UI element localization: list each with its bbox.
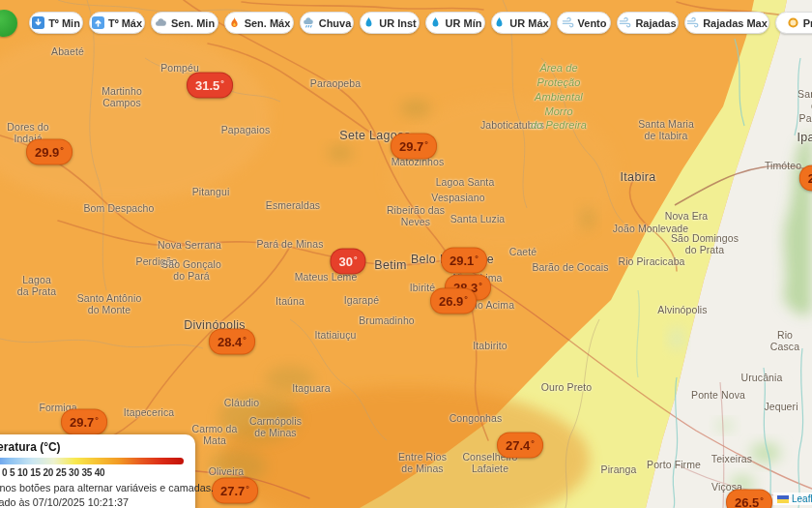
- legend-updated-text: Atualizado às 07/10/2025 10:21:37: [0, 496, 184, 508]
- toolbar-button-t-min[interactable]: Tº Min: [29, 12, 83, 34]
- degree-symbol: °: [531, 438, 535, 448]
- toolbar-button-label: Sen. Máx: [245, 17, 291, 29]
- legend-title: Temperatura (°C): [0, 440, 184, 454]
- degree-symbol: °: [95, 415, 99, 425]
- degree-symbol: °: [354, 254, 358, 264]
- toolbar-button-label: Rajadas: [635, 17, 676, 29]
- temperature-marker[interactable]: 29.1°: [441, 248, 487, 274]
- temperature-marker[interactable]: 26.5°: [726, 490, 772, 508]
- toolbar-button-label: Pre: [803, 17, 812, 29]
- degree-symbol: °: [424, 139, 428, 149]
- temperature-marker[interactable]: 27.7°: [212, 478, 258, 504]
- temperature-marker[interactable]: 29.9°: [26, 139, 72, 165]
- toolbar-button-label: Vento: [578, 17, 607, 29]
- toolbar-button-label: UR Inst: [379, 17, 417, 29]
- degree-symbol: °: [760, 495, 764, 505]
- toolbar-button-sen-max[interactable]: Sen. Máx: [224, 12, 294, 34]
- toolbar-button-rajadas[interactable]: Rajadas: [617, 12, 679, 34]
- temperature-gradient-bar: [0, 458, 184, 464]
- wind-icon: [686, 16, 699, 29]
- temperature-marker[interactable]: 24: [799, 165, 812, 192]
- toolbar-button-ur-max[interactable]: UR Máx: [491, 12, 551, 34]
- legend-scale-labels: 0 5 10 15 20 25 30 35 40: [2, 467, 184, 478]
- toolbar-button-label: Sen. Min: [171, 17, 215, 29]
- toolbar-button-ur-inst[interactable]: UR Inst: [360, 12, 420, 34]
- temperature-marker[interactable]: 29.7°: [391, 134, 437, 160]
- temperature-marker[interactable]: 29.7°: [61, 409, 107, 435]
- droplet-icon: [362, 16, 375, 29]
- degree-symbol: °: [246, 484, 249, 493]
- temperature-marker[interactable]: 31.5°: [187, 73, 233, 99]
- toolbar-button-label: Tº Min: [48, 17, 80, 29]
- toolbar-button-label: UR Máx: [509, 17, 548, 29]
- wind-icon: [562, 16, 574, 29]
- toolbar-button-rajadas-max[interactable]: Rajadas Max: [684, 12, 769, 34]
- toolbar-button-label: Rajadas Max: [703, 17, 768, 29]
- degree-symbol: °: [464, 294, 468, 304]
- leaflet-link[interactable]: Leaflet: [792, 493, 812, 504]
- map-attribution: Leaflet: [773, 493, 812, 505]
- degree-symbol: °: [478, 281, 482, 290]
- toolbar-button-pressao[interactable]: Pre: [775, 12, 812, 34]
- arrow-down-box-icon: [32, 16, 44, 29]
- toolbar-button-ur-min[interactable]: UR Mín: [425, 12, 485, 34]
- toolbar-button-label: Chuva: [319, 17, 352, 29]
- ukraine-flag-icon: [777, 495, 789, 503]
- map-canvas[interactable]: AbaetéPompéuMartinho CamposDores do Inda…: [0, 0, 812, 508]
- rain-cloud-icon: [303, 16, 315, 29]
- flame-icon: [228, 16, 241, 29]
- toolbar-button-vento[interactable]: Vento: [557, 12, 611, 34]
- droplet-icon: [429, 16, 442, 29]
- wind-icon: [619, 16, 631, 29]
- toolbar-button-sen-min[interactable]: Sen. Min: [151, 12, 218, 34]
- temperature-marker[interactable]: 30°: [330, 249, 365, 275]
- degree-symbol: °: [60, 145, 64, 155]
- temperature-marker[interactable]: 26.9°: [430, 288, 477, 314]
- toolbar-button-t-max[interactable]: Tº Máx: [89, 12, 145, 34]
- toolbar-button-label: Tº Máx: [108, 17, 142, 29]
- legend-help-text: Clique nos botões para alternar variávei…: [0, 482, 184, 493]
- degree-symbol: °: [220, 78, 224, 88]
- toolbar-button-label: UR Mín: [446, 17, 482, 29]
- legend-panel: Temperatura (°C) 0 5 10 15 20 25 30 35 4…: [0, 434, 195, 508]
- arrow-up-box-icon: [92, 16, 104, 29]
- droplet-icon: [493, 16, 506, 29]
- degree-symbol: °: [475, 254, 478, 263]
- degree-symbol: °: [243, 335, 246, 344]
- toolbar-button-chuva[interactable]: Chuva: [300, 12, 354, 34]
- temperature-marker[interactable]: 28.4°: [209, 329, 255, 355]
- temperature-markers-layer: 31.5°29.9°29.7°30°28.3°29.1°26.9°28.4°29…: [0, 0, 812, 508]
- temperature-marker[interactable]: 27.4°: [497, 433, 543, 459]
- cloud-icon: [155, 16, 167, 29]
- gauge-icon: [787, 16, 799, 29]
